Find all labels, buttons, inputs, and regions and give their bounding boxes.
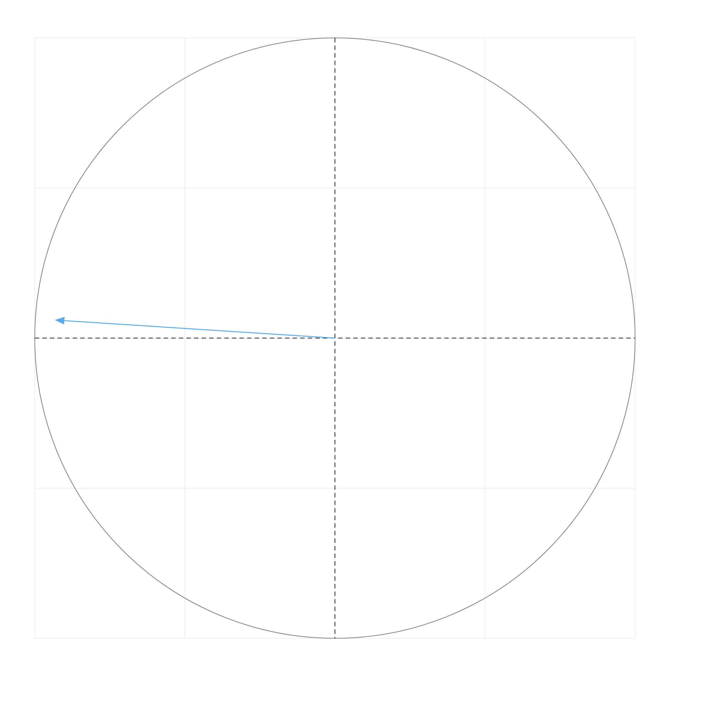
- chart-container: { "chart_data": { "type": "pca_biplot", …: [0, 0, 728, 728]
- pca-biplot: [0, 0, 728, 728]
